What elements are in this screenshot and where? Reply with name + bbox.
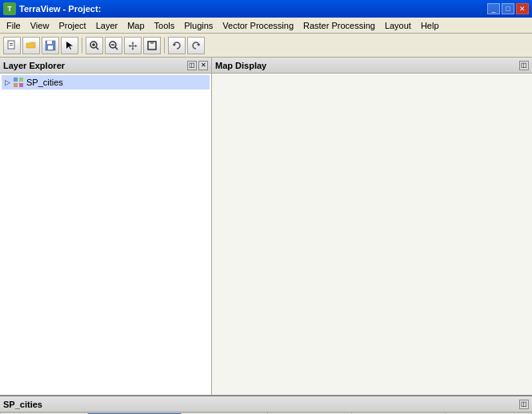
panel-restore-button[interactable]: ◫: [187, 61, 197, 70]
layer-type-icon: [13, 77, 24, 88]
map-display-area[interactable]: [212, 74, 532, 395]
menu-layout[interactable]: Layout: [380, 18, 416, 33]
menu-project[interactable]: Project: [54, 18, 90, 33]
undo-button[interactable]: [168, 37, 186, 54]
minimize-button[interactable]: _: [487, 3, 500, 14]
table-header: SP_cities ◫: [0, 396, 532, 412]
maximize-button[interactable]: □: [502, 3, 514, 14]
title-controls: _ □ ✕: [487, 3, 529, 14]
save-button[interactable]: [42, 37, 59, 54]
svg-rect-5: [48, 46, 53, 50]
app-icon: T: [3, 2, 16, 15]
right-panel: Map Display ◫: [212, 58, 532, 395]
table-title: SP_cities: [3, 400, 42, 409]
svg-rect-2: [10, 45, 13, 46]
left-panel: Layer Explorer ◫ ✕ ▷ SP_cities: [0, 58, 212, 395]
title-bar: T TerraView - Project: _ □ ✕: [0, 0, 532, 18]
pan-button[interactable]: [124, 37, 142, 54]
panel-controls: ◫ ✕: [187, 61, 208, 70]
menu-file[interactable]: File: [2, 18, 26, 33]
menu-tools[interactable]: Tools: [150, 18, 180, 33]
layer-name: SP_cities: [26, 78, 63, 87]
menu-help[interactable]: Help: [416, 18, 444, 33]
select-button[interactable]: [61, 37, 78, 54]
panel-close-button[interactable]: ✕: [198, 61, 208, 70]
main-content: Layer Explorer ◫ ✕ ▷ SP_cities: [0, 58, 532, 395]
map-restore-button[interactable]: ◫: [519, 61, 529, 70]
open-button[interactable]: [22, 37, 40, 54]
table-panel-controls: ◫: [519, 400, 529, 409]
menu-plugins[interactable]: Plugins: [179, 18, 218, 33]
svg-rect-13: [148, 42, 156, 50]
close-button[interactable]: ✕: [516, 3, 529, 14]
toolbar: [0, 34, 532, 58]
menu-vector-processing[interactable]: Vector Processing: [218, 18, 298, 33]
table-area: SP_cities ◫ SIGLAUF POPULACA POPHOMEN PO…: [0, 395, 532, 414]
svg-line-11: [115, 47, 118, 50]
menu-layer[interactable]: Layer: [91, 18, 123, 33]
layer-explorer-title: Layer Explorer: [3, 61, 65, 70]
menu-raster-processing[interactable]: Raster Processing: [298, 18, 380, 33]
svg-rect-4: [47, 41, 52, 44]
window-title: TerraView - Project:: [19, 4, 101, 14]
svg-line-7: [96, 47, 98, 50]
map-panel-controls: ◫: [519, 61, 529, 70]
svg-rect-1: [10, 43, 13, 44]
menu-view[interactable]: View: [26, 18, 54, 33]
toolbar-separator-2: [164, 38, 165, 54]
toolbar-separator-1: [82, 38, 82, 54]
layer-explorer-header: Layer Explorer ◫ ✕: [0, 58, 211, 74]
map-display-title: Map Display: [215, 61, 266, 70]
map-display-header: Map Display ◫: [212, 58, 532, 74]
title-bar-left: T TerraView - Project:: [3, 2, 101, 15]
redo-button[interactable]: [187, 37, 205, 54]
layer-item-sp-cities[interactable]: ▷ SP_cities: [2, 75, 210, 90]
new-button[interactable]: [3, 37, 21, 54]
table-restore-button[interactable]: ◫: [519, 400, 529, 409]
menu-bar: File View Project Layer Map Tools Plugin…: [0, 18, 532, 34]
layer-explorer[interactable]: ▷ SP_cities: [0, 74, 211, 395]
layer-expand-icon: ▷: [5, 78, 10, 86]
zoom-extent-button[interactable]: [143, 37, 161, 54]
zoom-out-button[interactable]: [105, 37, 122, 54]
menu-map[interactable]: Map: [122, 18, 149, 33]
zoom-in-button[interactable]: [86, 37, 103, 54]
